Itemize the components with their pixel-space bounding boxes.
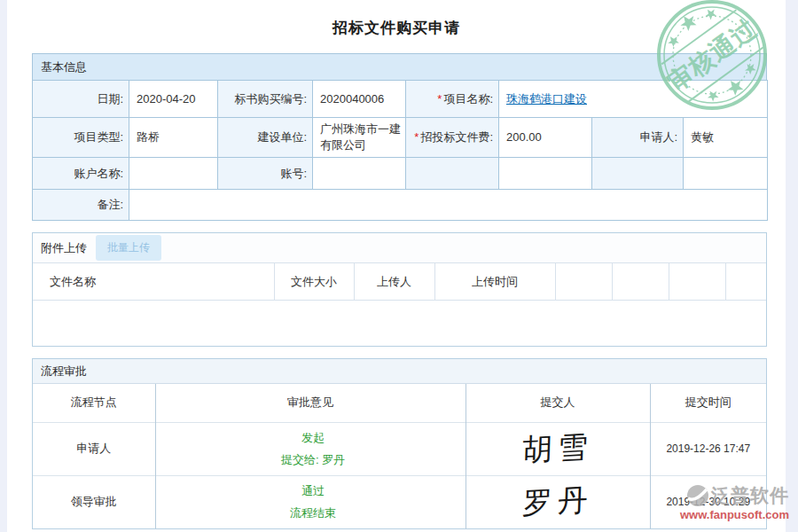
- section-approval: 流程审批 流程节点 审批意见 提交人 提交时间 申请人: [32, 358, 767, 529]
- flow-node: 领导审批: [33, 475, 155, 528]
- col-empty: [669, 263, 725, 301]
- account-name-value: [129, 158, 218, 190]
- col-upload-time: 上传时间: [434, 263, 555, 301]
- applicant-label: 申请人:: [592, 118, 684, 158]
- approval-row: 领导审批 通过 流程结束 罗丹 2019-12-30 10:29: [33, 475, 766, 528]
- bid-no-value: 2020040006: [313, 81, 406, 118]
- batch-upload-button[interactable]: 批量上传: [96, 235, 161, 261]
- date-value: 2020-04-20: [129, 81, 218, 118]
- fee-value: 200.00: [499, 118, 592, 158]
- account-name-label: 账户名称:: [33, 158, 129, 190]
- section-header-attachments: 附件上传 批量上传: [33, 233, 766, 262]
- attachments-title: 附件上传: [41, 240, 87, 256]
- col-flow-node: 流程节点: [33, 384, 155, 422]
- builder-label: 建设单位:: [218, 118, 313, 158]
- flow-node: 申请人: [33, 422, 155, 475]
- empty-label-cell: [592, 158, 684, 190]
- col-approval-opinion: 审批意见: [155, 384, 466, 422]
- attachments-table: 文件名称 文件大小 上传人 上传时间: [33, 262, 766, 301]
- section-basic-info: 基本信息 日期: 2020-04-20 标书购买编号: 2020040006 *…: [32, 53, 767, 221]
- empty-value-cell: [684, 158, 768, 190]
- account-no-value: [313, 158, 406, 190]
- col-file-name: 文件名称: [33, 263, 274, 301]
- col-submit-time: 提交时间: [650, 384, 766, 422]
- basic-info-table: 日期: 2020-04-20 标书购买编号: 2020040006 *项目名称:…: [32, 80, 768, 221]
- form-panel: 招标文件购买申请 基本信息 日期: 2020-04-20 标书购买编号: 202…: [7, 0, 786, 532]
- project-type-label: 项目类型:: [33, 118, 129, 158]
- col-uploader: 上传人: [354, 263, 434, 301]
- remark-label: 备注:: [33, 190, 129, 221]
- remark-value: [129, 190, 768, 221]
- builder-value: 广州珠海市一建有限公司: [313, 118, 406, 158]
- section-attachments: 附件上传 批量上传 文件名称 文件大小 上传人 上传时间: [32, 232, 767, 347]
- applicant-value: 黄敏: [684, 118, 768, 158]
- project-name-link[interactable]: 珠海鹤港口建设: [506, 92, 587, 106]
- page-title: 招标文件购买申请: [7, 18, 786, 38]
- date-label: 日期:: [33, 81, 129, 118]
- required-asterisk: *: [414, 130, 419, 144]
- approval-opinion: 通过 流程结束: [155, 475, 466, 528]
- col-file-size: 文件大小: [274, 263, 354, 301]
- submitter-signature: 胡雪: [466, 422, 650, 475]
- required-asterisk: *: [437, 92, 442, 106]
- section-header-approval: 流程审批: [33, 359, 766, 384]
- page: 招标文件购买申请 基本信息 日期: 2020-04-20 标书购买编号: 202…: [0, 0, 798, 532]
- submit-time: 2019-12-26 17:47: [650, 422, 766, 475]
- col-empty: [725, 263, 766, 301]
- section-header-basic: 基本信息: [32, 53, 767, 80]
- bid-no-label: 标书购买编号:: [218, 81, 313, 118]
- empty-label-cell: [406, 158, 499, 190]
- submit-time: 2019-12-30 10:29: [650, 475, 766, 528]
- project-name-label: *项目名称:: [406, 81, 499, 118]
- col-empty: [555, 263, 612, 301]
- submitter-signature: 罗丹: [466, 475, 650, 528]
- fee-label: *招投标文件费:: [406, 118, 499, 158]
- approval-row: 申请人 发起 提交给: 罗丹 胡雪 2019-12-26 17:47: [33, 422, 766, 475]
- project-type-value: 路桥: [129, 118, 218, 158]
- approval-opinion: 发起 提交给: 罗丹: [155, 422, 466, 475]
- account-no-label: 账号:: [218, 158, 313, 190]
- approval-table: 流程节点 审批意见 提交人 提交时间 申请人 发起 提交给: 罗丹 胡雪: [33, 384, 766, 528]
- project-name-cell: 珠海鹤港口建设: [499, 81, 768, 118]
- col-empty: [612, 263, 669, 301]
- col-submitter: 提交人: [466, 384, 650, 422]
- empty-value-cell: [499, 158, 592, 190]
